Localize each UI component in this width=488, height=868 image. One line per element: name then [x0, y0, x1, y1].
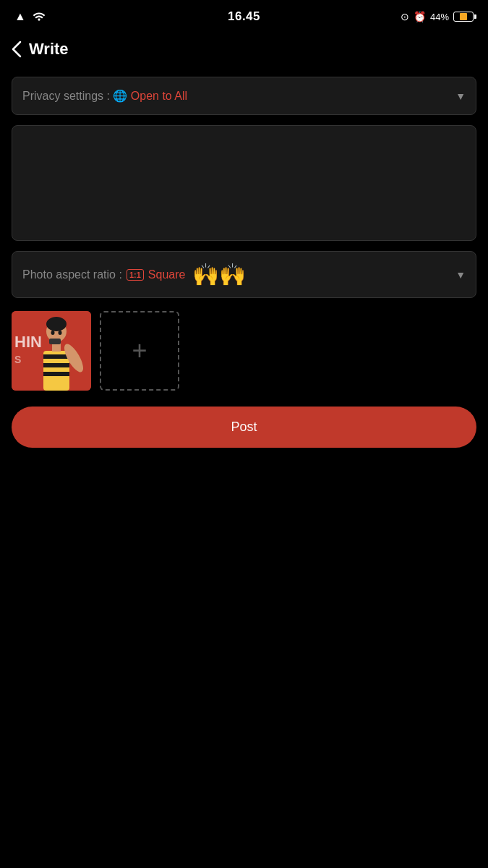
svg-point-13: [59, 331, 62, 335]
status-right: ⊙ ⏰ 44%: [401, 11, 474, 22]
add-photo-icon: +: [132, 336, 147, 366]
status-time: 16.45: [228, 9, 260, 24]
privacy-value: Open to All: [131, 90, 187, 102]
nav-header: Write: [0, 32, 488, 69]
svg-text:S: S: [14, 354, 21, 365]
screen-record-icon: ⊙: [401, 11, 409, 22]
signal-icon: ▲: [14, 10, 26, 23]
battery-icon: [453, 12, 474, 22]
svg-rect-6: [43, 354, 69, 359]
privacy-label: Privacy settings : 🌐 Open to All: [22, 89, 187, 103]
status-bar: ▲ 16.45 ⊙ ⏰ 44%: [0, 0, 488, 32]
svg-point-4: [46, 317, 67, 331]
svg-rect-11: [49, 339, 61, 344]
page-title: Write: [29, 40, 69, 59]
post-button[interactable]: Post: [12, 407, 476, 448]
battery-percent: 44%: [430, 12, 449, 22]
photos-row: HIN S: [12, 308, 476, 393]
svg-text:HIN: HIN: [14, 333, 42, 351]
aspect-badge: 1:1: [127, 269, 144, 281]
status-left: ▲: [14, 9, 46, 24]
post-text-input[interactable]: [12, 125, 476, 241]
globe-emoji: 🌐: [113, 90, 130, 102]
wifi-icon: [32, 9, 46, 24]
aspect-value: Square: [148, 268, 186, 281]
battery-fill: [460, 13, 468, 20]
aspect-dropdown-arrow: ▼: [455, 269, 466, 281]
svg-point-12: [51, 331, 55, 335]
alarm-icon: ⏰: [414, 11, 426, 22]
svg-rect-7: [43, 363, 69, 367]
aspect-ratio-dropdown[interactable]: Photo aspect ratio : 1:1 Square 🙌🙌 ▼: [12, 251, 476, 298]
hands-emoji: 🙌🙌: [192, 262, 246, 287]
back-button[interactable]: [12, 41, 22, 58]
svg-rect-8: [43, 372, 69, 376]
aspect-label: Photo aspect ratio : 1:1 Square 🙌🙌: [22, 262, 246, 287]
photo-thumbnail[interactable]: HIN S: [12, 311, 91, 391]
privacy-settings-dropdown[interactable]: Privacy settings : 🌐 Open to All ▼: [12, 77, 476, 115]
content-area: Privacy settings : 🌐 Open to All ▼ Photo…: [0, 69, 488, 455]
privacy-dropdown-arrow: ▼: [455, 90, 466, 102]
add-photo-button[interactable]: +: [100, 311, 179, 391]
